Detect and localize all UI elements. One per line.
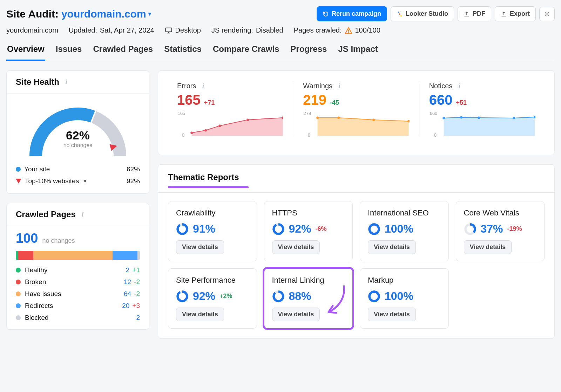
tab-js-impact[interactable]: JS Impact [337, 44, 378, 61]
info-icon[interactable]: i [200, 83, 207, 90]
report-internal-linking: Internal Linking88%View details [264, 268, 353, 329]
stat-notices[interactable]: Noticesi660+516600 [419, 78, 545, 147]
view-details-button[interactable]: View details [272, 240, 320, 254]
stat-title: Errors [177, 82, 196, 90]
crawl-status-row[interactable]: Broken12-2 [16, 278, 140, 286]
crawl-status-row[interactable]: Blocked2 [16, 314, 140, 322]
status-count: 2 [136, 314, 140, 322]
report-value: 88% [289, 290, 311, 303]
rerun-campaign-button[interactable]: Rerun campaign [317, 6, 387, 21]
view-details-button[interactable]: View details [176, 240, 224, 254]
status-count: 12 [124, 278, 131, 286]
report-title: HTTPS [272, 208, 345, 218]
desktop-icon [165, 27, 173, 34]
info-icon[interactable]: i [63, 78, 70, 85]
stat-errors[interactable]: Errorsi165+711650 [167, 78, 293, 147]
warning-icon [345, 27, 352, 34]
report-delta: +2% [219, 293, 232, 300]
domain-dropdown[interactable]: yourdomain.com ▾ [61, 8, 151, 20]
info-icon[interactable]: i [79, 211, 86, 218]
sparkline-chart: 2780 [303, 111, 409, 138]
report-crawlability: Crawlability91%View details [168, 201, 257, 261]
export-button[interactable]: Export [495, 6, 536, 21]
svg-text:660: 660 [430, 111, 437, 116]
info-icon[interactable]: i [456, 83, 463, 90]
status-count: 20 [122, 302, 129, 310]
stat-title: Notices [429, 82, 453, 90]
view-details-button[interactable]: View details [368, 308, 416, 321]
svg-text:0: 0 [434, 132, 436, 138]
export-label: Export [510, 10, 530, 18]
site-health-changes: no changes [63, 142, 93, 149]
sparkline-chart: 6600 [429, 111, 535, 138]
crawl-status-row[interactable]: Healthy2+1 [16, 266, 140, 274]
tab-overview[interactable]: Overview [6, 44, 45, 61]
thematic-title: Thematic Reports [158, 165, 554, 186]
svg-point-15 [372, 119, 375, 121]
svg-point-7 [204, 129, 207, 132]
site-health-card: Site Health i 62% no changes [6, 70, 149, 194]
report-title: Markup [368, 276, 441, 285]
legend-row[interactable]: Top-10% websites▾92% [16, 177, 140, 185]
view-details-button[interactable]: View details [176, 308, 224, 321]
view-details-button[interactable]: View details [464, 240, 512, 254]
svg-point-29 [273, 224, 283, 234]
svg-point-22 [513, 117, 515, 119]
report-title: International SEO [368, 208, 441, 218]
stat-delta: +51 [456, 99, 467, 106]
svg-text:278: 278 [304, 111, 311, 116]
view-details-button[interactable]: View details [368, 240, 416, 254]
svg-rect-3 [165, 28, 171, 32]
looker-studio-button[interactable]: Looker Studio [391, 6, 454, 21]
report-value: 100% [385, 290, 413, 303]
chevron-down-icon: ▾ [84, 178, 86, 184]
stat-delta: +71 [204, 99, 215, 106]
stat-warnings[interactable]: Warningsi219-452780 [293, 78, 419, 147]
progress-ring-icon [464, 223, 476, 235]
pages-crawled-value: 100/100 [355, 26, 380, 34]
tab-compare-crawls[interactable]: Compare Crawls [212, 44, 280, 61]
js-value: Disabled [256, 26, 283, 34]
status-domain: yourdomain.com [6, 26, 58, 34]
tab-issues[interactable]: Issues [55, 44, 83, 61]
crawl-status-row[interactable]: Redirects20+3 [16, 302, 140, 310]
status-delta: -2 [134, 278, 140, 286]
settings-button[interactable] [539, 7, 555, 21]
legend-value: 62% [127, 165, 140, 173]
status-delta: +1 [132, 266, 140, 274]
progress-ring-icon [272, 290, 285, 303]
status-dot-icon [16, 280, 21, 284]
segment [113, 251, 137, 260]
report-value: 92% [193, 290, 215, 303]
legend-dot-icon [16, 167, 21, 172]
tab-crawled-pages[interactable]: Crawled Pages [92, 44, 154, 61]
report-markup: Markup100%View details [360, 268, 449, 329]
crawled-pages-card: Crawled Pages i 100 no changes Healthy2+… [6, 203, 149, 330]
status-label: Broken [25, 278, 46, 286]
report-title: Internal Linking [272, 276, 345, 285]
page-title: Site Audit: [6, 8, 59, 20]
view-details-button[interactable]: View details [272, 308, 320, 321]
domain-name: yourdomain.com [61, 8, 146, 20]
marker-triangle-icon [16, 179, 21, 184]
highlight-underline [168, 186, 249, 188]
looker-icon [397, 11, 403, 17]
svg-point-31 [370, 224, 379, 234]
report-value: 92% [289, 222, 311, 235]
pdf-button[interactable]: PDF [458, 6, 491, 21]
info-icon[interactable]: i [336, 83, 343, 90]
site-health-score: 62% [63, 129, 93, 142]
tab-progress[interactable]: Progress [290, 44, 327, 61]
report-international-seo: International SEO100%View details [360, 201, 449, 261]
status-count: 64 [124, 290, 131, 298]
crawl-status-row[interactable]: Have issues64-2 [16, 290, 140, 298]
legend-row: Your site62% [16, 165, 140, 173]
stat-value: 219 [303, 92, 326, 108]
report-title: Site Performance [176, 276, 249, 285]
svg-point-20 [460, 116, 462, 119]
rerun-label: Rerun campaign [332, 10, 381, 18]
progress-ring-icon [272, 223, 285, 235]
report-value: 37% [481, 222, 503, 235]
status-count: 2 [126, 266, 130, 274]
tab-statistics[interactable]: Statistics [163, 44, 202, 61]
